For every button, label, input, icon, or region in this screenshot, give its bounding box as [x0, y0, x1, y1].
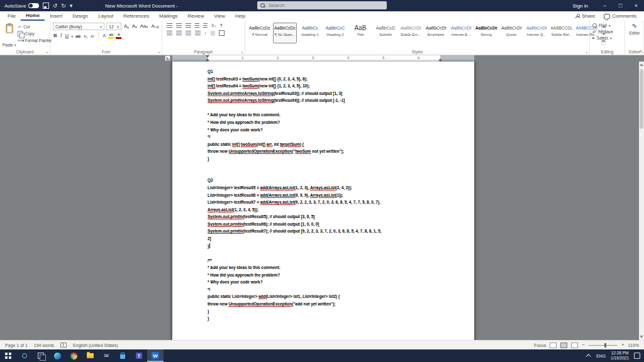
scrollbar-thumb[interactable]: [640, 69, 643, 129]
edge-taskbar-button[interactable]: [49, 349, 65, 362]
style-item-subtle-ref[interactable]: AABBCCDLSubtle Ref...: [550, 23, 574, 43]
comments-button[interactable]: Comments: [604, 13, 636, 19]
shading-button[interactable]: [211, 31, 215, 36]
document-content[interactable]: Q1int[] testResult3 = twoSum(new int[] {…: [172, 62, 474, 322]
style-item-title[interactable]: AaBTitle: [348, 23, 372, 43]
sign-in-button[interactable]: Sign in: [564, 3, 597, 9]
tab-help[interactable]: Help: [230, 11, 250, 21]
align-right-button[interactable]: [186, 31, 191, 35]
proofing-icon[interactable]: [60, 343, 67, 348]
autosave-toggle[interactable]: AutoSave: [4, 3, 39, 9]
print-layout-button[interactable]: [560, 343, 567, 348]
zoom-in-button[interactable]: +: [621, 343, 625, 348]
style-item-intense-e[interactable]: AaBbCcDtIntense E...: [449, 23, 473, 43]
underline-button[interactable]: U: [64, 33, 69, 38]
clock[interactable]: 12:28 PM 1/19/2021: [611, 351, 629, 361]
redo-icon[interactable]: ↻: [61, 3, 66, 9]
focus-button[interactable]: Focus: [534, 343, 546, 348]
store-taskbar-button[interactable]: [114, 349, 131, 362]
font-size-select[interactable]: 12▾: [106, 23, 121, 30]
clipboard-dialog-launcher-icon[interactable]: ↘: [45, 50, 48, 54]
undo-icon[interactable]: ↺: [53, 3, 58, 9]
tab-view[interactable]: View: [209, 11, 230, 21]
zoom-slider[interactable]: [589, 345, 618, 346]
style-item-no-spac[interactable]: AaBbCcDc¶ No Spac...: [273, 23, 297, 43]
scroll-up-icon[interactable]: [640, 63, 643, 66]
read-mode-button[interactable]: [550, 343, 557, 348]
styles-dialog-launcher-icon[interactable]: ↘: [585, 50, 588, 54]
style-item-subtitle[interactable]: AaBbCcDSubtitle: [374, 23, 397, 43]
decrease-indent-button[interactable]: [195, 23, 199, 28]
tab-selector[interactable]: [165, 55, 170, 61]
strikethrough-button[interactable]: ab: [75, 34, 81, 38]
hanging-indent-marker[interactable]: [206, 58, 209, 61]
search-box[interactable]: [257, 1, 387, 9]
paragraph-dialog-launcher-icon[interactable]: ↘: [240, 50, 243, 54]
customize-qat-icon[interactable]: ▾: [70, 3, 73, 9]
underline-dropdown-icon[interactable]: ▾: [71, 34, 73, 38]
sort-button[interactable]: A↓: [211, 23, 216, 28]
select-button[interactable]: ▶Select ▾: [592, 36, 623, 40]
style-item-quote[interactable]: AaBbCcDtQuote: [499, 23, 523, 43]
tab-file[interactable]: File: [3, 11, 21, 21]
paste-button[interactable]: Paste ▾: [3, 23, 16, 47]
text-effects-button[interactable]: A: [102, 33, 106, 38]
align-center-button[interactable]: [176, 31, 182, 35]
increase-indent-button[interactable]: [203, 23, 208, 28]
subscript-button[interactable]: x₂: [83, 34, 88, 38]
show-formatting-marks-button[interactable]: ¶: [220, 23, 223, 28]
language-indicator[interactable]: English (United States): [73, 343, 118, 348]
numbering-button[interactable]: [176, 23, 182, 28]
replace-button[interactable]: ⇄Replace: [592, 30, 623, 34]
tab-home[interactable]: Home: [21, 11, 45, 21]
zoom-slider-thumb[interactable]: [604, 343, 606, 348]
maximize-button[interactable]: □: [613, 0, 628, 11]
collapse-ribbon-button[interactable]: [638, 50, 642, 53]
bold-button[interactable]: B: [53, 33, 58, 38]
style-item-subtle-em[interactable]: AaBbCcDtSubtle Em...: [399, 23, 423, 43]
superscript-button[interactable]: x²: [90, 34, 95, 38]
font-family-select[interactable]: Calibri (Body)▾: [53, 23, 104, 30]
style-item-normal[interactable]: AaBbCcDc¶ Normal: [248, 23, 272, 43]
language-button[interactable]: ENG: [596, 354, 606, 358]
tab-layout[interactable]: Layout: [93, 11, 118, 21]
bullets-button[interactable]: [167, 23, 172, 28]
align-left-button[interactable]: [167, 31, 172, 35]
zoom-out-button[interactable]: −: [582, 343, 585, 348]
chrome-taskbar-button[interactable]: [65, 349, 82, 362]
font-dialog-launcher-icon[interactable]: ↘: [157, 50, 160, 54]
search-input[interactable]: [267, 2, 384, 9]
grow-font-button[interactable]: A▴: [123, 24, 130, 29]
line-spacing-button[interactable]: ↕: [204, 31, 207, 35]
format-painter-button[interactable]: Format Painter: [18, 38, 52, 43]
page-indicator[interactable]: Page 1 of 1: [5, 343, 28, 348]
mail-taskbar-button[interactable]: ✉: [98, 349, 114, 362]
word-taskbar-button[interactable]: W: [147, 349, 164, 362]
tab-mailings[interactable]: Mailings: [154, 11, 182, 21]
italic-button[interactable]: I: [60, 33, 63, 38]
borders-button[interactable]: [219, 30, 225, 36]
teams-taskbar-button[interactable]: T: [131, 349, 147, 362]
highlight-button[interactable]: ab: [108, 33, 114, 39]
style-item-emphasis[interactable]: AaBbCcDtEmphasis: [424, 23, 448, 43]
tab-review[interactable]: Review: [182, 11, 209, 21]
zoom-level[interactable]: 110%: [628, 343, 639, 348]
editor-button[interactable]: Editor: [630, 31, 640, 35]
task-view-taskbar-button[interactable]: [33, 349, 49, 362]
autosave-toggle-icon[interactable]: [28, 3, 39, 8]
editor-icon[interactable]: ✎: [632, 23, 637, 30]
shrink-font-button[interactable]: A▾: [131, 24, 138, 29]
first-line-indent-marker[interactable]: [206, 55, 209, 58]
justify-button[interactable]: [195, 31, 201, 35]
multilevel-list-button[interactable]: [186, 23, 191, 28]
vertical-scrollbar[interactable]: [639, 62, 644, 340]
tab-design[interactable]: Design: [67, 11, 93, 21]
tab-references[interactable]: References: [118, 11, 154, 21]
style-item-heading-2[interactable]: AaBbCcCHeading 2: [323, 23, 347, 43]
horizontal-ruler[interactable]: 123456: [172, 55, 474, 62]
action-center-icon[interactable]: [634, 353, 640, 359]
scroll-down-icon[interactable]: [640, 336, 643, 338]
word-count[interactable]: 194 words: [34, 343, 54, 348]
file-explorer-taskbar-button[interactable]: [82, 349, 98, 362]
share-button[interactable]: Share: [575, 13, 595, 19]
